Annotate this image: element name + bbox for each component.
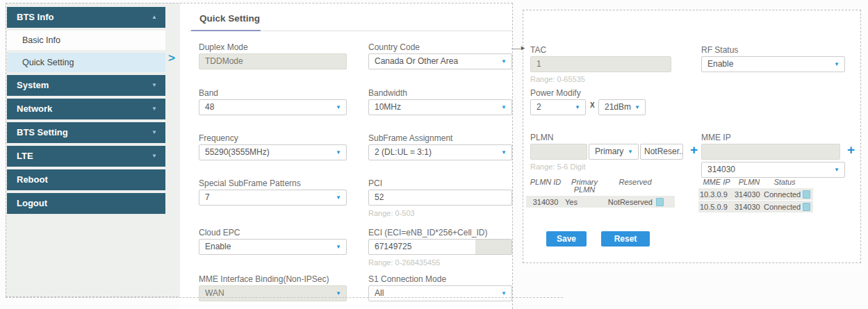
sidebar-item-label: Reboot <box>17 169 48 190</box>
sidebar-item-lte[interactable]: LTE ▼ <box>7 146 165 167</box>
selected-value: 10MHz <box>375 102 401 112</box>
frequency-label: Frequency <box>199 133 238 143</box>
chevron-down-icon: ▼ <box>501 100 507 115</box>
chevron-down-icon: ▼ <box>575 100 580 115</box>
selected-value: All <box>375 288 384 298</box>
sidebar-item-label: LTE <box>17 146 33 167</box>
table-row: 10.5.0.9 314030 Connected <box>698 201 813 212</box>
pci-input[interactable]: 52 <box>368 190 512 206</box>
frequency-select[interactable]: 55290(3555MHz) ▼ <box>199 144 347 160</box>
col-plmn: PLMN <box>735 178 764 186</box>
pci-range-hint: Range: 0-503 <box>368 209 415 217</box>
sidebar-item-label: Quick Setting <box>22 58 74 67</box>
title-accent-bar <box>191 30 261 31</box>
cell-primary-plmn: Yes <box>565 198 600 206</box>
power-modify-label: Power Modify <box>530 88 581 98</box>
sidebar-item-quick-setting[interactable]: Quick Setting <box>7 53 165 72</box>
save-button[interactable]: Save <box>546 231 587 247</box>
chevron-down-icon: ▼ <box>501 54 507 69</box>
sidebar: BTS Info ▲ Basic Info Quick Setting Syst… <box>7 7 165 217</box>
plmn-input <box>530 144 587 160</box>
sidebar-item-network[interactable]: Network ▼ <box>7 99 165 119</box>
delete-icon[interactable] <box>803 203 810 211</box>
sidebar-item-basic-info[interactable]: Basic Info <box>7 31 165 50</box>
selected-value: 2 <box>537 102 541 112</box>
chevron-down-icon: ▼ <box>501 145 507 160</box>
band-select[interactable]: 48 ▼ <box>199 99 347 115</box>
subframe-assignment-select[interactable]: 2 (DL:UL = 3:1) ▼ <box>368 144 512 160</box>
chevron-down-icon: ▼ <box>336 286 341 301</box>
chevron-down-icon: ▼ <box>152 75 157 96</box>
sidebar-item-bts-info[interactable]: BTS Info ▲ <box>7 7 165 28</box>
plmn-primary-select[interactable]: Primary ▼ <box>589 144 639 160</box>
plmn-table-header: PLMN ID Primary PLMN Reserved <box>526 178 675 194</box>
special-subframe-patterns-label: Special SubFrame Patterns <box>199 178 301 188</box>
duplex-mode-value: TDDMode <box>205 56 243 66</box>
sidebar-item-reboot[interactable]: Reboot <box>7 169 165 190</box>
country-code-select[interactable]: Canada Or Other Area ▼ <box>368 53 512 69</box>
cell-status: Connected <box>764 203 803 211</box>
col-plmn-id: PLMN ID <box>526 178 565 194</box>
selected-value: NotReser... <box>644 147 683 156</box>
rf-status-label: RF Status <box>701 45 738 55</box>
chevron-up-icon: ▲ <box>152 7 157 28</box>
selected-value: Canada Or Other Area <box>375 56 458 66</box>
chevron-down-icon: ▼ <box>336 100 341 115</box>
eci-label: ECI (ECI=eNB_ID*256+Cell_ID) <box>368 228 487 237</box>
connector-arrow-icon: ► <box>520 44 526 51</box>
mme-ip-table-header: MME IP PLMN Status <box>698 178 813 186</box>
duplex-mode-label: Duplex Mode <box>199 42 248 52</box>
tac-label: TAC <box>530 45 546 55</box>
s1-connection-mode-select[interactable]: All ▼ <box>368 285 512 301</box>
bandwidth-select[interactable]: 10MHz ▼ <box>368 99 512 115</box>
chevron-down-icon: ▼ <box>152 146 157 167</box>
power-dbm-select[interactable]: 21dBm ▼ <box>598 99 646 115</box>
tac-range-hint: Range: 0-65535 <box>530 75 585 83</box>
cloud-epc-select[interactable]: Enable ▼ <box>199 239 347 255</box>
sidebar-flyout-chevron-icon[interactable]: > <box>168 51 175 65</box>
chevron-down-icon: ▼ <box>834 162 840 177</box>
pci-label: PCI <box>368 178 382 188</box>
selected-value: 55290(3555MHz) <box>205 147 270 157</box>
sidebar-item-label: Network <box>17 99 52 119</box>
mme-plmn-select[interactable]: 314030 ▼ <box>701 162 845 178</box>
sidebar-item-logout[interactable]: Logout <box>7 193 165 214</box>
chevron-down-icon: ▼ <box>834 57 840 72</box>
detail-panel: TAC 1 Range: 0-65535 RF Status Enable ▼ … <box>523 10 861 263</box>
special-subframe-patterns-select[interactable]: 7 ▼ <box>199 190 347 206</box>
s1-connection-mode-label: S1 Connection Mode <box>368 274 446 284</box>
chevron-down-icon: ▼ <box>634 100 640 115</box>
selected-value: WAN <box>205 288 224 298</box>
mme-ip-label: MME IP <box>701 133 731 142</box>
mme-interface-binding-label: MME Interface Binding(Non-IPSec) <box>199 274 329 284</box>
rf-status-select[interactable]: Enable ▼ <box>701 56 845 72</box>
power-multiplier-select[interactable]: 2 ▼ <box>530 99 586 115</box>
cell-reserved: NotReserved <box>600 198 653 206</box>
delete-icon[interactable] <box>803 190 810 199</box>
reset-button[interactable]: Reset <box>601 231 650 247</box>
cell-plmn: 314030 <box>735 203 764 211</box>
duplex-mode-input: TDDMode <box>199 53 347 69</box>
chevron-down-icon: ▼ <box>336 190 341 205</box>
bandwidth-label: Bandwidth <box>368 88 407 98</box>
sidebar-item-bts-setting[interactable]: BTS Setting ▼ <box>7 122 165 143</box>
sidebar-item-label: System <box>17 75 49 96</box>
cell-mme-ip: 10.5.0.9 <box>698 203 735 211</box>
add-plmn-button[interactable]: + <box>690 142 698 158</box>
mme-ip-input <box>701 144 840 160</box>
plmn-table: PLMN ID Primary PLMN Reserved 314030 Yes… <box>526 178 675 208</box>
add-mme-ip-button[interactable]: + <box>847 142 855 158</box>
page-title: Quick Setting <box>199 13 260 24</box>
chevron-down-icon: ▼ <box>152 99 157 119</box>
chevron-down-icon: ▼ <box>152 122 157 143</box>
eci-input[interactable]: 67149725 <box>368 239 512 255</box>
crop-dash-line <box>6 297 563 298</box>
chevron-down-icon: ▼ <box>628 144 633 159</box>
sidebar-item-system[interactable]: System ▼ <box>7 75 165 96</box>
tac-value: 1 <box>537 59 541 69</box>
pci-value: 52 <box>375 192 384 202</box>
col-reserved: Reserved <box>604 178 666 194</box>
selected-value: 48 <box>205 102 214 112</box>
plmn-reserved-select[interactable]: NotReser... <box>640 144 683 160</box>
delete-icon[interactable] <box>656 198 664 206</box>
